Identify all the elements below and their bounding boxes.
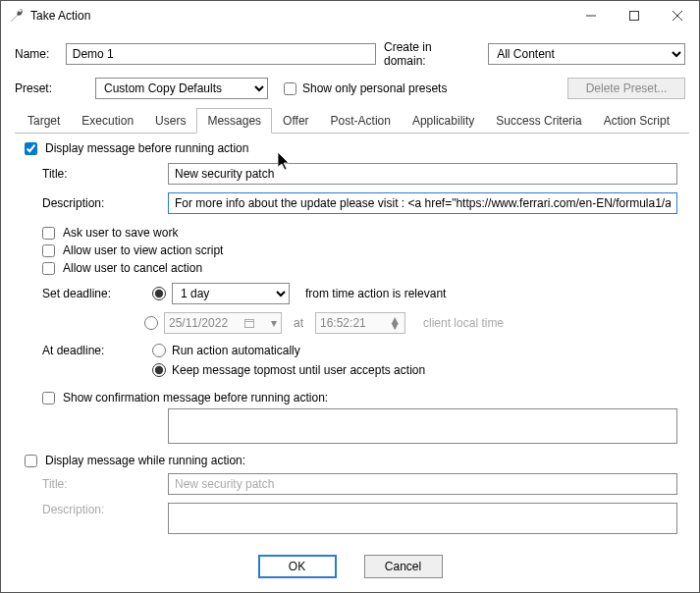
close-button[interactable] [656,1,699,30]
preset-select[interactable]: Custom Copy Defaults [95,78,268,99]
tab-applicability[interactable]: Applicability [402,108,485,134]
tab-offer[interactable]: Offer [272,108,319,134]
svg-rect-4 [245,320,254,328]
name-label: Name: [15,47,58,61]
name-row: Name: Create in domain: All Content [15,40,685,68]
show-confirmation-checkbox[interactable]: Show confirmation message before running… [42,391,677,404]
svg-rect-1 [630,11,639,20]
running-title-label: Title: [42,477,160,491]
deadline-date-input[interactable]: 25/11/2022 ▾ [164,312,282,334]
window-buttons [569,1,699,30]
deadline-select[interactable]: 1 day [172,283,290,304]
ok-button[interactable]: OK [258,555,337,578]
title-label: Title: [42,167,160,181]
client-local-time-label: client local time [423,316,504,330]
tab-post-action[interactable]: Post-Action [320,108,402,134]
delete-preset-button[interactable]: Delete Preset... [567,78,685,99]
display-while-checkbox[interactable]: Display message while running action: [25,454,677,467]
messages-panel: Display message before running action Ti… [1,134,699,543]
tab-execution[interactable]: Execution [71,108,144,134]
confirmation-message-input[interactable] [168,408,677,444]
name-input[interactable] [66,43,376,65]
allow-cancel-checkbox[interactable]: Allow user to cancel action [42,261,677,275]
description-label: Description: [42,196,160,210]
title-input[interactable] [168,163,677,185]
allow-view-script-checkbox[interactable]: Allow user to view action script [42,243,677,257]
titlebar: Take Action [1,1,699,30]
tab-messages[interactable]: Messages [196,108,272,134]
tab-success-criteria[interactable]: Success Criteria [485,108,592,134]
ask-save-checkbox[interactable]: Ask user to save work [42,226,677,240]
display-before-label: Display message before running action [45,141,248,155]
set-deadline-label: Set deadline: [42,287,144,300]
from-time-label: from time action is relevant [305,287,446,300]
create-in-domain-label: Create in domain: [384,40,480,68]
tab-users[interactable]: Users [144,108,196,134]
wrench-icon [9,8,25,24]
display-before-input[interactable] [25,142,37,155]
at-label: at [288,316,309,330]
tab-strip: Target Execution Users Messages Offer Po… [15,107,689,134]
minimize-button[interactable] [569,1,613,30]
running-description-label: Description: [42,503,160,516]
preset-row: Preset: Custom Copy Defaults Show only p… [15,78,685,99]
deadline-relative-radio[interactable] [152,287,166,300]
tab-action-script[interactable]: Action Script [593,108,680,134]
preset-label: Preset: [15,81,87,95]
dialog-buttons: OK Cancel [1,543,699,592]
show-personal-presets-input[interactable] [284,82,296,95]
run-auto-radio[interactable]: Run action automatically [152,344,425,357]
at-deadline-label: At deadline: [42,344,144,357]
show-personal-presets-label: Show only personal presets [302,81,447,95]
running-description-input [168,503,677,534]
description-input[interactable] [168,192,677,214]
maximize-button[interactable] [613,1,656,30]
window-title: Take Action [30,9,569,23]
calendar-icon [244,318,254,328]
cancel-button[interactable]: Cancel [364,555,443,578]
deadline-absolute-radio[interactable] [144,316,158,330]
domain-select[interactable]: All Content [488,43,685,65]
tab-target[interactable]: Target [17,108,71,134]
keep-topmost-radio[interactable]: Keep message topmost until user accepts … [152,363,425,377]
running-title-input [168,473,677,495]
show-personal-presets-checkbox[interactable]: Show only personal presets [284,81,447,95]
display-before-checkbox[interactable]: Display message before running action [25,141,677,155]
deadline-time-input[interactable]: 16:52:21 ▲▼ [315,312,405,334]
